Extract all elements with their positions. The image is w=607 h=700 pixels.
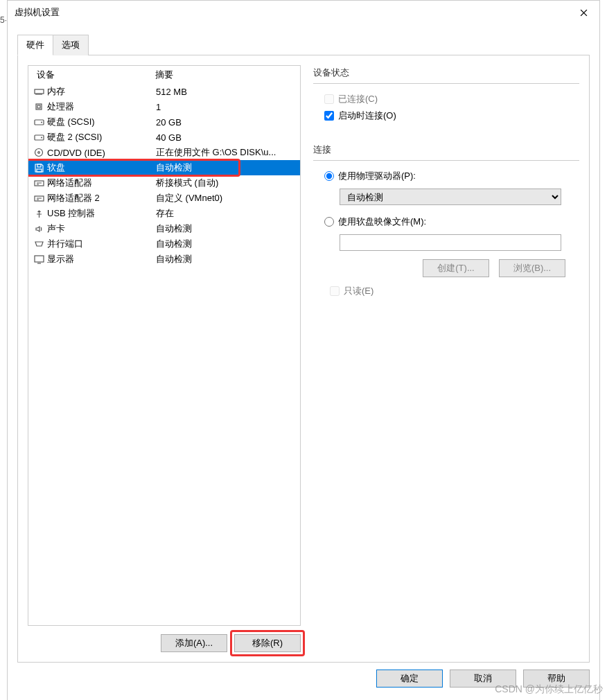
connected-input (324, 94, 334, 104)
device-name: 网络适配器 2 (47, 192, 156, 204)
device-status-title: 设备状态 (313, 67, 579, 79)
device-name: 内存 (47, 85, 156, 98)
device-row[interactable]: 硬盘 (SCSI)20 GB (28, 114, 300, 130)
tab-content: 设备 摘要 内存512 MB处理器1硬盘 (SCSI)20 GB硬盘 2 (SC… (17, 55, 590, 663)
device-summary: 自动检测 (156, 222, 296, 235)
svg-rect-1 (36, 104, 42, 110)
close-icon (580, 9, 588, 17)
svg-point-7 (35, 149, 43, 157)
connection-title: 连接 (313, 143, 579, 156)
device-summary: 自动检测 (156, 161, 296, 174)
svg-rect-2 (37, 105, 40, 108)
readonly-input (330, 286, 340, 296)
svg-rect-9 (37, 164, 41, 167)
add-button[interactable]: 添加(A)... (161, 634, 227, 652)
device-name: 硬盘 2 (SCSI) (47, 131, 156, 143)
device-name: 并行端口 (47, 238, 156, 250)
window-title: 虚拟机设置 (15, 6, 60, 19)
use-image-radio[interactable]: 使用软盘映像文件(M): (324, 213, 575, 230)
tabs: 硬件 选项 (17, 34, 590, 55)
use-physical-radio[interactable]: 使用物理驱动器(P): (324, 168, 575, 184)
column-device: 设备 (34, 69, 155, 81)
connect-at-poweron-checkbox[interactable]: 启动时连接(O) (324, 107, 575, 124)
vm-settings-dialog: 虚拟机设置 硬件 选项 设备 摘要 内存512 MB处理器1硬盘 (SCSI)2… (7, 0, 600, 700)
use-physical-input[interactable] (324, 171, 334, 181)
device-name: USB 控制器 (47, 207, 156, 220)
column-summary: 摘要 (155, 69, 294, 81)
close-button[interactable] (568, 1, 599, 24)
sound-icon (33, 223, 45, 234)
device-row[interactable]: CD/DVD (IDE)正在使用文件 G:\OS DISK\u... (28, 145, 300, 160)
tab-options[interactable]: 选项 (53, 35, 89, 55)
device-row[interactable]: 硬盘 2 (SCSI)40 GB (28, 130, 300, 145)
svg-rect-5 (35, 135, 44, 140)
device-summary: 存在 (156, 207, 296, 220)
physical-drive-select[interactable]: 自动检测 (340, 189, 561, 205)
device-status-group: 已连接(C) 启动时连接(O) (313, 83, 579, 134)
device-row[interactable]: 软盘自动检测 (28, 160, 300, 175)
device-summary: 512 MB (156, 87, 296, 97)
titlebar: 虚拟机设置 (8, 1, 599, 24)
right-panel: 设备状态 已连接(C) 启动时连接(O) 连接 使用物理驱动器(P) (313, 65, 579, 652)
device-summary: 桥接模式 (自动) (156, 177, 296, 189)
display-icon (33, 254, 45, 265)
nic-icon (33, 193, 45, 204)
device-name: 软盘 (47, 161, 156, 174)
tab-hardware[interactable]: 硬件 (17, 35, 53, 55)
usb-icon (33, 208, 45, 219)
left-edge-text: 5· (0, 15, 7, 25)
svg-rect-10 (37, 169, 42, 172)
svg-point-8 (38, 152, 40, 154)
device-row[interactable]: 网络适配器桥接模式 (自动) (28, 175, 300, 191)
device-row[interactable]: 显示器自动检测 (28, 252, 300, 267)
dialog-footer: 确定 取消 帮助 (17, 663, 590, 697)
image-path-input[interactable] (340, 234, 561, 251)
device-summary: 自定义 (VMnet0) (156, 192, 296, 204)
device-name: 硬盘 (SCSI) (47, 116, 156, 128)
nic-icon (33, 177, 45, 189)
device-summary: 20 GB (156, 117, 296, 128)
device-summary: 40 GB (156, 132, 296, 143)
floppy-icon (33, 162, 45, 173)
device-list-body: 内存512 MB处理器1硬盘 (SCSI)20 GB硬盘 2 (SCSI)40 … (28, 84, 300, 625)
ok-button[interactable]: 确定 (376, 670, 443, 688)
list-header: 设备 摘要 (28, 66, 300, 84)
device-row[interactable]: 并行端口自动检测 (28, 236, 300, 252)
help-button[interactable]: 帮助 (523, 670, 590, 688)
use-image-input[interactable] (324, 217, 334, 227)
parallel-icon (33, 238, 45, 250)
left-panel: 设备 摘要 内存512 MB处理器1硬盘 (SCSI)20 GB硬盘 2 (SC… (28, 65, 301, 652)
device-row[interactable]: 处理器1 (28, 99, 300, 114)
connect-at-poweron-input[interactable] (324, 111, 334, 121)
remove-button[interactable]: 移除(R) (234, 634, 301, 652)
svg-rect-0 (35, 89, 44, 94)
device-row[interactable]: 内存512 MB (28, 84, 300, 99)
device-summary: 1 (156, 102, 296, 112)
readonly-checkbox[interactable]: 只读(E) (330, 283, 575, 299)
hdd-icon (33, 132, 45, 143)
cancel-button[interactable]: 取消 (450, 670, 516, 688)
dialog-body: 硬件 选项 设备 摘要 内存512 MB处理器1硬盘 (SCSI)20 GB硬盘… (8, 24, 599, 700)
svg-rect-3 (35, 120, 44, 125)
device-name: 网络适配器 (47, 177, 156, 189)
connection-group: 使用物理驱动器(P): 自动检测 使用软盘映像文件(M): 创建(T)... 浏… (313, 160, 579, 302)
device-row[interactable]: USB 控制器存在 (28, 206, 300, 221)
device-list: 设备 摘要 内存512 MB处理器1硬盘 (SCSI)20 GB硬盘 2 (SC… (28, 65, 301, 626)
svg-point-6 (41, 137, 42, 139)
cpu-icon (33, 101, 45, 112)
svg-point-4 (41, 122, 42, 123)
device-name: 声卡 (47, 222, 156, 235)
hdd-icon (33, 116, 45, 128)
device-name: 处理器 (47, 100, 156, 113)
device-row[interactable]: 声卡自动检测 (28, 221, 300, 236)
connected-checkbox[interactable]: 已连接(C) (324, 91, 575, 107)
memory-icon (33, 86, 45, 97)
cd-icon (33, 147, 45, 158)
svg-rect-13 (35, 256, 44, 262)
create-button[interactable]: 创建(T)... (423, 259, 489, 277)
device-summary: 正在使用文件 G:\OS DISK\u... (156, 146, 296, 159)
browse-button[interactable]: 浏览(B)... (499, 259, 565, 277)
device-row[interactable]: 网络适配器 2自定义 (VMnet0) (28, 191, 300, 206)
device-summary: 自动检测 (156, 238, 296, 250)
device-summary: 自动检测 (156, 253, 296, 265)
